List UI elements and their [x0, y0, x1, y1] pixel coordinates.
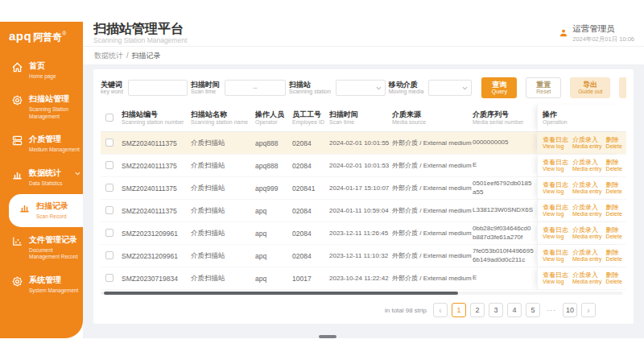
sidebar-item-medium-management[interactable]: 介质管理Medium Management [0, 127, 83, 159]
row-checkbox[interactable] [105, 139, 114, 147]
view-log-link[interactable]: 查看日志View log [543, 159, 568, 173]
delete-link[interactable]: 删除Delete [606, 136, 622, 151]
media-entry-link[interactable]: 介质录入Media entry [572, 271, 602, 286]
cell-scan-time: 2023-10-24 11:22:42 [329, 275, 392, 282]
reset-button[interactable]: 重置 Reset [526, 77, 561, 98]
op-link-zh: 介质录入 [572, 159, 602, 167]
delete-link[interactable]: 删除Delete [606, 159, 622, 173]
user-name: 运营管理员 [572, 23, 634, 35]
media-entry-link[interactable]: 介质录入Media entry [572, 226, 602, 241]
col-station-name: 扫描站名称Scanning station name [191, 110, 255, 126]
delete-link[interactable]: 删除Delete [606, 226, 622, 241]
delete-link[interactable]: 删除Delete [606, 271, 622, 286]
op-link-en: View log [543, 188, 568, 195]
cell-media-source: 外部介质 / External medium [392, 251, 473, 260]
table-horizontal-scrollbar [101, 291, 626, 296]
op-link-en: Delete [606, 188, 622, 195]
op-link-zh: 介质录入 [572, 271, 602, 279]
sidebar: apq阿普奇® 首页Home page扫描站管理Scanning Station… [0, 22, 83, 338]
scatter-chart-icon [11, 235, 23, 247]
user-datetime: 2024年02月01日 10:06 [572, 35, 634, 43]
page-button-1[interactable]: 1 [452, 303, 466, 317]
media-entry-link[interactable]: 介质录入Media entry [572, 181, 602, 196]
delete-link[interactable]: 删除Delete [606, 204, 622, 218]
select-all-checkbox[interactable] [105, 114, 114, 122]
view-log-link[interactable]: 查看日志View log [543, 226, 568, 241]
page-button-3[interactable]: 3 [489, 303, 503, 317]
page-button-2[interactable]: 2 [470, 303, 485, 317]
sidebar-item-system-management[interactable]: 系统管理System Management [0, 268, 83, 300]
column-header-text: 扫描站名称Scanning station name [191, 110, 252, 126]
delete-link[interactable]: 删除Delete [606, 249, 622, 263]
cell-employee-id: 02084 [292, 207, 329, 215]
table-row: SMZ20231209961介质扫描站apq020842023-12-11 11… [101, 222, 626, 245]
sidebar-item-scanning-station-management[interactable]: 扫描站管理Scanning Station Management [0, 87, 83, 126]
page-scrollbar-thumb[interactable] [319, 335, 336, 338]
filter-bar: 关键词 key word 扫描时间 Scan time – 扫描站 Scanni… [101, 76, 626, 100]
cell-operator: apq [255, 275, 292, 283]
op-link-zh: 查看日志 [543, 271, 568, 279]
view-log-link[interactable]: 查看日志View log [543, 204, 568, 218]
row-checkbox[interactable] [105, 184, 114, 192]
row-checkbox[interactable] [105, 251, 114, 259]
media-entry-link[interactable]: 介质录入Media entry [572, 159, 602, 173]
row-checkbox[interactable] [105, 206, 114, 214]
row-checkbox-cell [101, 274, 122, 283]
prev-page-button[interactable]: ‹ [433, 303, 448, 317]
cell-scan-time: 2023-12-11 11:26:45 [329, 230, 392, 237]
cell-media-source: 外部介质 / External medium [392, 229, 473, 238]
page-button-10[interactable]: 10 [563, 303, 577, 317]
cell-media-source: 外部介质 / External medium [392, 139, 473, 147]
column-header-zh: 扫描站名称 [191, 110, 252, 119]
row-checkbox-cell [101, 184, 122, 193]
op-link-en: View log [543, 279, 568, 285]
sidebar-item-document-management-record[interactable]: 文件管理记录Document Management Record [0, 228, 83, 267]
table-horizontal-scrollbar-thumb[interactable] [104, 292, 458, 295]
column-header-en: Employee ID [292, 119, 326, 126]
view-log-link[interactable]: 查看日志View log [543, 271, 568, 286]
media-entry-link[interactable]: 介质录入Media entry [572, 249, 602, 263]
op-link-en: Delete [606, 143, 622, 150]
op-link-zh: 介质录入 [572, 181, 602, 189]
row-checkbox[interactable] [105, 274, 114, 282]
sidebar-item-text: 数据统计Data Statistics [29, 168, 63, 187]
sidebar-item-label-zh: 扫描站管理 [29, 93, 81, 105]
cell-media-serial: L338123W0SNDX6S [473, 206, 537, 214]
table-row: SMZ20240111375介质扫描站apq9990208412024-01-1… [101, 177, 626, 200]
next-page-button[interactable]: › [581, 303, 596, 317]
view-log-link[interactable]: 查看日志View log [543, 136, 568, 151]
bottom-strip [0, 338, 644, 360]
media-entry-link[interactable]: 介质录入Media entry [572, 136, 602, 151]
breadcrumb-parent[interactable]: 数据统计 [94, 51, 123, 61]
cell-station-name: 介质扫描站 [191, 251, 255, 261]
op-link-en: Delete [606, 256, 622, 263]
column-header-text: 扫描站编号Scanning station number [122, 110, 188, 126]
page-button-4[interactable]: 4 [507, 303, 522, 317]
row-checkbox[interactable] [105, 229, 114, 237]
export-button[interactable]: 导出 Guide out [570, 77, 610, 98]
media-entry-link[interactable]: 介质录入Media entry [572, 204, 602, 218]
keyword-input[interactable] [128, 80, 188, 96]
range-separator: – [254, 84, 258, 92]
scan-time-range-input[interactable]: – [225, 80, 286, 96]
sidebar-item-home[interactable]: 首页Home page [0, 54, 83, 86]
delete-link[interactable]: 删除Delete [606, 181, 622, 196]
sidebar-item-scan-record[interactable]: 扫描记录Scan Record [9, 194, 83, 226]
select-all-cell [101, 114, 122, 123]
op-link-en: Delete [606, 279, 622, 285]
delete-button[interactable]: 删除 Delete [619, 77, 626, 98]
content-card: 关键词 key word 扫描时间 Scan time – 扫描站 Scanni… [93, 69, 634, 324]
cell-employee-id: 02084 [292, 252, 329, 260]
sidebar-item-label-zh: 介质管理 [29, 134, 80, 145]
view-log-link[interactable]: 查看日志View log [543, 249, 568, 263]
column-header-text: 操作Operation [543, 110, 568, 126]
scanning-station-select[interactable] [336, 80, 386, 96]
page-button-5[interactable]: 5 [526, 303, 540, 317]
user-info[interactable]: 运营管理员 2024年02月01日 10:06 [559, 23, 634, 43]
moving-media-select[interactable] [428, 80, 472, 96]
row-checkbox[interactable] [105, 161, 114, 169]
cell-operator: apq [255, 207, 292, 215]
view-log-link[interactable]: 查看日志View log [543, 181, 568, 196]
sidebar-item-data-statistics[interactable]: 数据统计Data Statistics [0, 161, 83, 193]
query-button[interactable]: 查询 Query [481, 77, 517, 98]
